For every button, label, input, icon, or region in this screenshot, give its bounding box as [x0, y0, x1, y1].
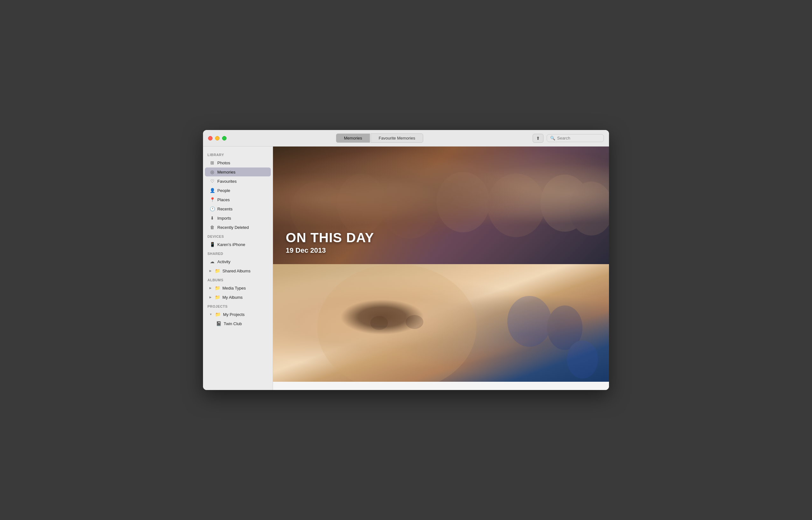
expand-arrow-my-projects: ▼: [210, 313, 212, 316]
clock-icon: 🕐: [210, 206, 215, 212]
expand-arrow-shared-albums: ▶: [210, 269, 212, 272]
sidebar: Library ⊞ Photos ◎ Memories ♡ Favourites…: [203, 147, 273, 390]
sidebar-item-recently-deleted[interactable]: 🗑 Recently Deleted: [205, 223, 271, 232]
memory-card-on-this-day[interactable]: ON THIS DAY 19 Dec 2013: [273, 147, 609, 264]
content-area: ON THIS DAY 19 Dec 2013: [273, 147, 609, 390]
memories-icon: ◎: [210, 169, 215, 175]
close-button[interactable]: [208, 136, 213, 140]
svg-point-2: [381, 175, 439, 239]
sidebar-item-twin-club[interactable]: 📓 Twin Club: [205, 319, 271, 328]
window-controls: [208, 136, 226, 140]
import-icon: ⬇: [210, 215, 215, 221]
cloud-icon: ☁: [210, 259, 215, 264]
svg-point-7: [317, 264, 476, 382]
pin-icon: 📍: [210, 197, 215, 203]
sidebar-item-places[interactable]: 📍 Places: [205, 195, 271, 204]
tab-group: Memories Favourite Memories: [336, 133, 423, 143]
share-icon: ⬆: [536, 136, 540, 141]
library-section-label: Library: [203, 150, 273, 158]
search-box: 🔍: [547, 134, 604, 142]
maximize-button[interactable]: [222, 136, 226, 140]
phone-icon: 📱: [210, 241, 215, 247]
sidebar-item-imports[interactable]: ⬇ Imports: [205, 214, 271, 223]
shared-section-label: Shared: [203, 249, 273, 257]
folder-media-icon: 📁: [215, 285, 220, 291]
tab-memories[interactable]: Memories: [336, 133, 370, 143]
memory-card-baby[interactable]: [273, 264, 609, 382]
devices-section-label: Devices: [203, 232, 273, 240]
memory-overlay-on-this-day: ON THIS DAY 19 Dec 2013: [286, 230, 374, 255]
search-input[interactable]: [557, 136, 600, 140]
sidebar-item-memories[interactable]: ◎ Memories: [205, 167, 271, 176]
folder-albums-icon: 📁: [215, 294, 220, 300]
photos-icon: ⊞: [210, 160, 215, 165]
svg-point-10: [507, 296, 551, 347]
tab-favourite-memories[interactable]: Favourite Memories: [371, 133, 423, 143]
sidebar-item-activity[interactable]: ☁ Activity: [205, 257, 271, 266]
sidebar-item-my-projects[interactable]: ▼ 📁 My Projects: [205, 310, 271, 319]
folder-projects-icon: 📁: [215, 311, 221, 317]
sidebar-item-recents[interactable]: 🕐 Recents: [205, 204, 271, 213]
expand-arrow-media-types: ▶: [210, 286, 212, 290]
svg-point-5: [541, 175, 589, 232]
svg-point-8: [370, 316, 388, 330]
memory-photo-baby: [273, 264, 609, 382]
svg-point-1: [337, 174, 386, 234]
svg-point-3: [437, 172, 490, 232]
sidebar-item-my-albums[interactable]: ▶ 📁 My Albums: [205, 293, 271, 302]
expand-arrow-my-albums: ▶: [210, 295, 212, 299]
search-icon: 🔍: [550, 136, 555, 140]
titlebar: Memories Favourite Memories ⬆ 🔍: [203, 130, 609, 147]
heart-icon: ♡: [210, 178, 215, 184]
svg-point-4: [488, 174, 545, 237]
book-icon: 📓: [216, 321, 221, 327]
albums-section-label: Albums: [203, 276, 273, 283]
projects-section-label: Projects: [203, 302, 273, 310]
svg-point-12: [567, 340, 598, 379]
trash-icon: 🗑: [210, 225, 215, 230]
sidebar-item-photos[interactable]: ⊞ Photos: [205, 158, 271, 167]
sidebar-item-people[interactable]: 👤 People: [205, 186, 271, 195]
svg-point-9: [406, 315, 423, 329]
toolbar-right: ⬆ 🔍: [533, 134, 604, 143]
sidebar-item-karens-iphone[interactable]: 📱 Karen's iPhone: [205, 240, 271, 249]
person-icon: 👤: [210, 187, 215, 193]
main-content: Library ⊞ Photos ◎ Memories ♡ Favourites…: [203, 147, 609, 390]
sidebar-item-media-types[interactable]: ▶ 📁 Media Types: [205, 284, 271, 292]
memory-title: ON THIS DAY: [286, 230, 374, 245]
sidebar-item-shared-albums[interactable]: ▶ 📁 Shared Albums: [205, 266, 271, 275]
share-button[interactable]: ⬆: [533, 134, 543, 143]
app-window: Memories Favourite Memories ⬆ 🔍 Library …: [203, 130, 609, 390]
svg-point-6: [569, 181, 609, 236]
minimize-button[interactable]: [215, 136, 220, 140]
memory-date: 19 Dec 2013: [286, 246, 374, 255]
sidebar-item-favourites[interactable]: ♡ Favourites: [205, 177, 271, 186]
folder-icon: 📁: [215, 268, 220, 274]
